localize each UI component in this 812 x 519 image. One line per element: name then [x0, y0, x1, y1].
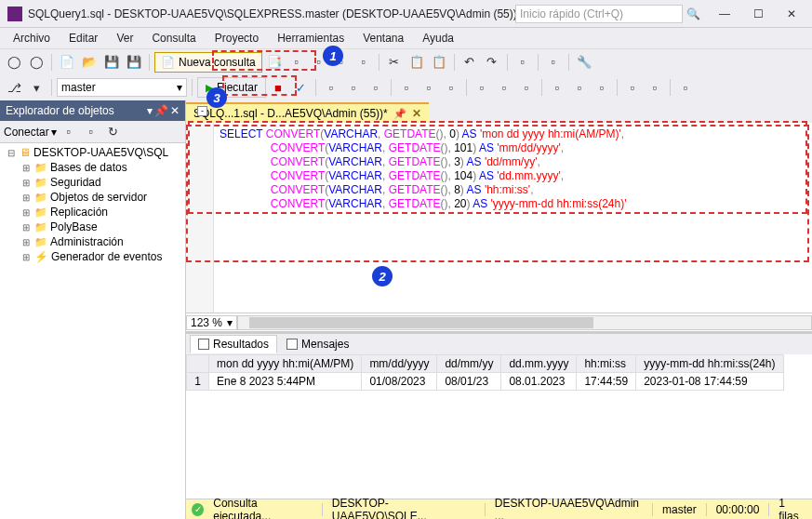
status-time: 00:00:00 [716, 503, 760, 516]
tb-settings-icon[interactable]: 🔧 [574, 52, 594, 73]
quick-launch-input[interactable]: Inicio rápido (Ctrl+Q) [515, 5, 683, 23]
save-button[interactable]: 💾 [101, 52, 122, 73]
results-table: mon dd yyyy hh:mi(AM/PM) mm/dd/yyyy dd/m… [186, 354, 784, 391]
new-button[interactable]: 📄 [57, 52, 77, 73]
col-h4[interactable]: dd.mm.yyyy [501, 355, 577, 373]
refresh-button[interactable]: ↻ [103, 122, 124, 142]
tb-end-icon[interactable]: ▫ [675, 77, 696, 98]
stop-button[interactable]: ■ [268, 77, 288, 98]
grid-icon [198, 339, 209, 350]
collapse-icon[interactable]: ⊟ [6, 148, 17, 158]
pin-icon[interactable]: 📌 [154, 104, 168, 117]
expand-icon[interactable]: ⊞ [20, 178, 32, 188]
results-tab[interactable]: Resultados [190, 335, 277, 353]
undo-button[interactable]: ↶ [459, 52, 480, 73]
col-h1[interactable]: mon dd yyyy hh:mi(AM/PM) [209, 355, 362, 373]
menu-ver[interactable]: Ver [109, 30, 140, 47]
expand-icon[interactable]: ⊞ [20, 163, 32, 173]
paste-button[interactable]: 📋 [429, 52, 449, 73]
code-editor[interactable]: SELECT CONVERT(VARCHAR, GETDATE(), 0) AS… [214, 123, 812, 313]
results-grid[interactable]: mon dd yyyy hh:mi(AM/PM) mm/dd/yyyy dd/m… [186, 354, 812, 499]
menu-archivo[interactable]: Archivo [6, 30, 58, 47]
tb-misc1-button[interactable]: ▫ [512, 52, 533, 73]
tb-opt2-icon[interactable]: ▫ [494, 77, 514, 98]
data-row[interactable]: 1 Ene 8 2023 5:44PM 01/08/2023 08/01/23 … [187, 373, 784, 391]
menu-ayuda[interactable]: Ayuda [415, 30, 461, 47]
redo-button[interactable]: ↷ [482, 52, 502, 73]
nav-back-button[interactable]: ◯ [4, 52, 24, 73]
tree-seguridad[interactable]: ⊞📁Seguridad [2, 175, 183, 190]
tb-com1-icon[interactable]: ▫ [622, 77, 643, 98]
nav-fwd-button[interactable]: ◯ [26, 52, 47, 73]
expand-icon[interactable]: ⊞ [20, 193, 32, 203]
tb-mdx-icon[interactable]: ▫ [286, 52, 307, 73]
folder-icon: 📁 [34, 192, 47, 204]
cell-4: 08.01.2023 [501, 373, 577, 391]
save-all-button[interactable]: 💾 [124, 52, 144, 73]
col-h3[interactable]: dd/mm/yy [437, 355, 501, 373]
copy-button[interactable]: 📋 [406, 52, 427, 73]
col-h5[interactable]: hh:mi:ss [577, 355, 636, 373]
expand-icon[interactable]: ⊞ [20, 207, 32, 218]
menu-consulta[interactable]: Consulta [144, 30, 203, 47]
tree-replicacion[interactable]: ⊞📁Replicación [2, 205, 183, 220]
tab-close-icon[interactable]: ✕ [412, 107, 421, 120]
tree-administracion[interactable]: ⊞📁Administración [2, 234, 183, 249]
tree-objetos-servidor[interactable]: ⊞📁Objetos de servidor [2, 190, 183, 205]
database-combo[interactable]: master ▾ [57, 78, 187, 97]
expand-icon[interactable]: ⊞ [20, 252, 32, 262]
new-query-icon: 📄 [161, 56, 175, 69]
tb-dax-icon[interactable]: ▫ [353, 52, 374, 73]
cut-button[interactable]: ✂ [384, 52, 405, 73]
cell-1: Ene 8 2023 5:44PM [209, 373, 362, 391]
tb-misc2-button[interactable]: ▫ [543, 52, 564, 73]
expand-icon[interactable]: ⊞ [20, 237, 32, 247]
server-node[interactable]: ⊟ 🖥 DESKTOP-UAAE5VQ\SQL [2, 145, 183, 160]
tb-filter-icon[interactable]: ▾ [26, 77, 47, 98]
tb-file-icon[interactable]: 📑 [264, 52, 285, 73]
menu-ventana[interactable]: Ventana [355, 30, 411, 47]
col-rownum[interactable] [187, 355, 209, 373]
scroll-thumb[interactable] [249, 317, 593, 328]
tb-ind2-icon[interactable]: ▫ [569, 77, 590, 98]
tb-opt1-icon[interactable]: ▫ [472, 77, 492, 98]
tb-ind1-icon[interactable]: ▫ [547, 77, 567, 98]
open-button[interactable]: 📂 [79, 52, 100, 73]
tb-plan3-icon[interactable]: ▫ [366, 77, 386, 98]
tb-opt3-icon[interactable]: ▫ [516, 77, 537, 98]
expand-icon[interactable]: ⊞ [20, 222, 32, 233]
tb-res2-icon[interactable]: ▫ [419, 77, 439, 98]
tb-plan2-icon[interactable]: ▫ [343, 77, 364, 98]
parse-button[interactable]: ✓ [290, 77, 311, 98]
menu-herramientas[interactable]: Herramientas [270, 30, 352, 47]
col-h6[interactable]: yyyy-mm-dd hh:mi:ss(24h) [636, 355, 783, 373]
tb-branch-icon[interactable]: ⎇ [4, 77, 24, 98]
new-query-button[interactable]: 📄 Nueva consulta [154, 52, 262, 73]
menu-editar[interactable]: Editar [61, 30, 105, 47]
tb-filter2-icon[interactable]: ▫ [81, 122, 101, 142]
connect-button[interactable]: Conectar [4, 126, 49, 139]
disconnect-button[interactable]: ▫ [59, 122, 79, 142]
tb-com2-icon[interactable]: ▫ [645, 77, 665, 98]
tree-generador-eventos[interactable]: ⊞⚡Generador de eventos [2, 249, 183, 264]
close-panel-icon[interactable]: ✕ [170, 104, 180, 117]
tree-bases-datos[interactable]: ⊞📁Bases de datos [2, 160, 183, 175]
col-h2[interactable]: mm/dd/yyyy [362, 355, 437, 373]
tb-plan1-icon[interactable]: ▫ [321, 77, 341, 98]
tb-res1-icon[interactable]: ▫ [396, 77, 417, 98]
minimize-button[interactable]: — [712, 5, 738, 23]
zoom-combo[interactable]: 123 %▾ [186, 315, 237, 330]
object-tree[interactable]: ⊟ 🖥 DESKTOP-UAAE5VQ\SQL ⊞📁Bases de datos… [0, 143, 185, 519]
search-icon[interactable]: 🔍 [686, 7, 700, 20]
dropdown-icon[interactable]: ▾ [147, 104, 153, 117]
horizontal-scrollbar[interactable] [237, 315, 812, 330]
maximize-button[interactable]: ☐ [745, 5, 771, 23]
tb-ind3-icon[interactable]: ▫ [592, 77, 612, 98]
tb-res3-icon[interactable]: ▫ [441, 77, 461, 98]
tab-pin-icon[interactable]: 📌 [393, 108, 406, 120]
close-button[interactable]: ✕ [779, 5, 805, 23]
messages-tab[interactable]: Mensajes [279, 336, 356, 353]
connect-dropdown-icon[interactable]: ▾ [51, 126, 57, 139]
tree-polybase[interactable]: ⊞📁PolyBase [2, 220, 183, 234]
menu-proyecto[interactable]: Proyecto [207, 30, 266, 47]
